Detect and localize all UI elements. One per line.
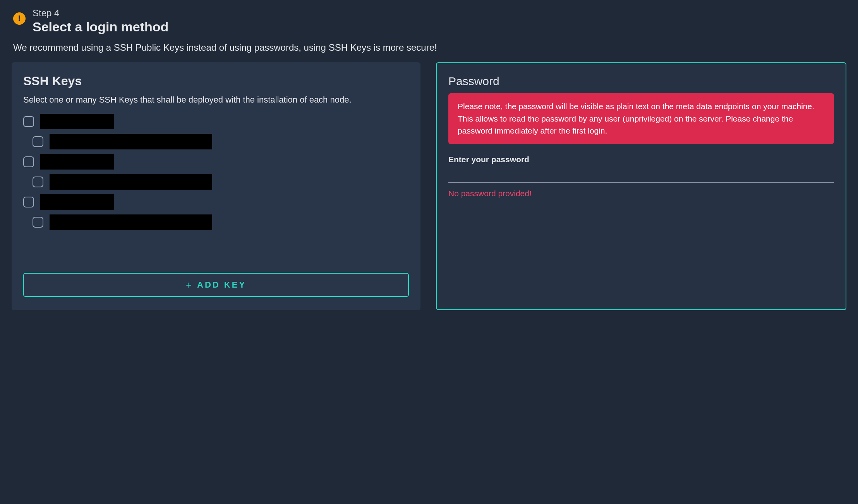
ssh-key-name-redacted [40, 194, 114, 210]
password-field-label: Enter your password [448, 155, 834, 164]
password-error-text: No password provided! [448, 189, 834, 198]
ssh-card-title: SSH Keys [23, 74, 409, 88]
plus-icon: + [186, 279, 192, 291]
ssh-key-checkbox[interactable] [33, 217, 43, 228]
recommendation-text: We recommend using a SSH Public Keys ins… [12, 42, 846, 53]
password-card[interactable]: Password Please note, the password will … [436, 62, 846, 310]
warning-icon-glyph: ! [18, 14, 21, 24]
ssh-key-name-redacted [50, 174, 212, 190]
ssh-card-description: Select one or many SSH Keys that shall b… [23, 94, 409, 106]
ssh-key-row [23, 111, 409, 132]
ssh-key-checkbox[interactable] [33, 136, 43, 147]
ssh-keys-card[interactable]: SSH Keys Select one or many SSH Keys tha… [12, 62, 420, 310]
password-card-title: Password [448, 75, 834, 88]
ssh-key-row [23, 152, 409, 172]
ssh-key-row [23, 192, 409, 212]
step-header: ! Step 4 Select a login method [12, 8, 846, 34]
step-label: Step 4 [33, 8, 168, 19]
ssh-key-name-redacted [40, 114, 114, 129]
add-key-button[interactable]: + ADD KEY [23, 273, 409, 297]
password-warning-alert: Please note, the password will be visibl… [448, 93, 834, 144]
page-title: Select a login method [33, 19, 168, 34]
ssh-key-checkbox[interactable] [33, 177, 43, 187]
warning-icon: ! [13, 12, 26, 25]
ssh-key-row [23, 212, 409, 232]
ssh-key-row [23, 132, 409, 152]
ssh-key-row [23, 172, 409, 192]
ssh-key-checkbox[interactable] [23, 197, 34, 207]
ssh-key-list [23, 111, 409, 232]
login-method-columns: SSH Keys Select one or many SSH Keys tha… [12, 62, 846, 310]
ssh-key-name-redacted [40, 154, 114, 170]
add-key-label: ADD KEY [197, 280, 246, 290]
ssh-key-name-redacted [50, 134, 212, 149]
header-text: Step 4 Select a login method [33, 8, 168, 34]
ssh-key-checkbox[interactable] [23, 116, 34, 127]
ssh-key-checkbox[interactable] [23, 156, 34, 167]
ssh-key-name-redacted [50, 214, 212, 230]
password-input[interactable] [448, 172, 834, 183]
